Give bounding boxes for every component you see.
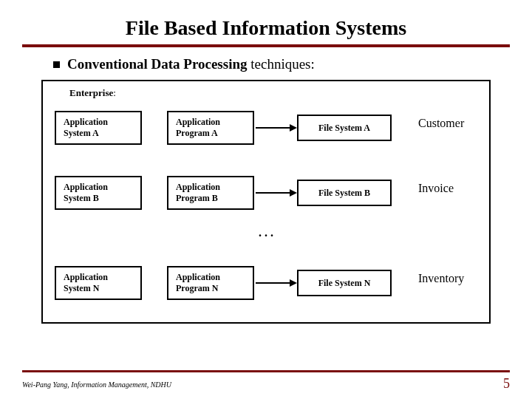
diagram-frame: Enterprise: Application System A Applica… (41, 80, 491, 324)
subtitle: Conventional Data Processing techniques: (53, 56, 532, 72)
subtitle-rest: techniques: (247, 56, 314, 72)
page-number: 5 (503, 376, 510, 392)
app-system-box: Application System B (55, 176, 142, 210)
diagram-row: Application System A Application Program… (43, 111, 489, 152)
app-system-box: Application System N (55, 266, 142, 300)
diagram-row: Application System N Application Program… (43, 266, 489, 307)
app-program-box: Application Program B (167, 176, 254, 210)
subtitle-bold: Conventional Data Processing (67, 56, 247, 72)
app-system-box: Application System A (55, 111, 142, 145)
entity-label: Inventory (418, 272, 464, 285)
app-program-box: Application Program A (167, 111, 254, 145)
entity-label: Customer (418, 117, 464, 130)
bullet-icon (53, 61, 60, 68)
enterprise-bold: Enterprise (69, 87, 113, 98)
enterprise-colon: : (113, 87, 116, 98)
file-system-box: File System A (297, 115, 392, 141)
ellipsis: . . . (43, 226, 489, 239)
arrow-icon (256, 192, 296, 194)
entity-label: Invoice (418, 182, 454, 195)
enterprise-label: Enterprise: (69, 87, 116, 99)
slide-title: File Based Information Systems (0, 0, 532, 44)
arrow-icon (256, 127, 296, 129)
title-underline (22, 44, 510, 47)
file-system-box: File System B (297, 180, 392, 206)
app-program-box: Application Program N (167, 266, 254, 300)
diagram-row: Application System B Application Program… (43, 176, 489, 217)
file-system-box: File System N (297, 270, 392, 296)
footer-text: Wei-Pang Yang, Information Management, N… (22, 381, 171, 389)
arrow-icon (256, 282, 296, 284)
footer-line (22, 370, 510, 372)
